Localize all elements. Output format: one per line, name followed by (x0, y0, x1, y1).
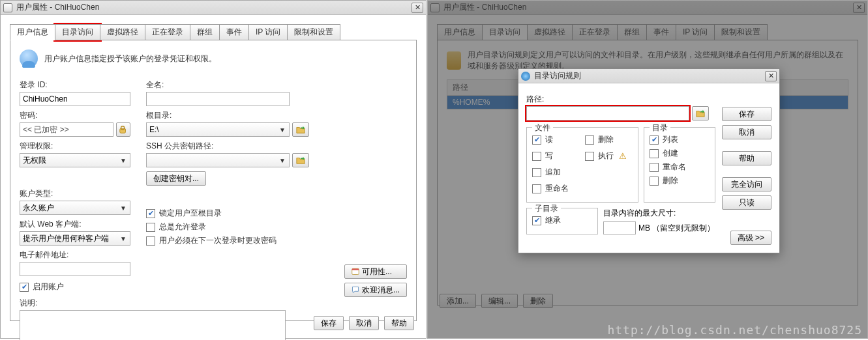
admin-perm-label: 管理权限: (20, 141, 130, 152)
checkbox-icon (146, 223, 155, 232)
modal-titlebar: 目录访问规则 ✕ (518, 69, 779, 83)
modal-save-button[interactable]: 保存 (722, 107, 771, 121)
admin-perm-select[interactable]: 无权限▼ (20, 153, 130, 167)
browse-rootdir-button[interactable] (292, 122, 309, 137)
account-type-label: 账户类型: (20, 188, 130, 199)
availability-button[interactable]: 可用性... (344, 264, 407, 279)
rootdir-select[interactable]: E:\▼ (146, 122, 290, 137)
password-input[interactable] (20, 122, 113, 137)
welcome-message-button[interactable]: 欢迎消息... (344, 283, 407, 297)
dir-rename-checkbox[interactable]: 重命名 (650, 162, 710, 173)
default-web-client-label: 默认 Web 客户端: (20, 219, 130, 230)
directory-access-rule-dialog: 目录访问规则 ✕ 路径: 文件 (518, 68, 780, 253)
max-size-input[interactable] (603, 221, 636, 234)
browse-path-button[interactable] (692, 106, 709, 120)
browse-sshkey-button[interactable] (292, 153, 309, 167)
tab-virtual-path[interactable]: 虚拟路径 (100, 24, 145, 40)
svg-rect-3 (352, 269, 359, 270)
tab-user-info[interactable]: 用户信息 (10, 24, 55, 40)
dir-list-checkbox[interactable]: 列表 (650, 134, 710, 145)
email-input[interactable] (20, 262, 130, 276)
modal-title: 目录访问规则 (534, 70, 581, 81)
fullname-label: 全名: (146, 79, 407, 91)
file-read-checkbox[interactable]: 读 (532, 134, 580, 145)
email-label: 电子邮件地址: (20, 249, 130, 261)
tab-body-user-info: 用户账户信息指定授予该账户的登录凭证和权限。 登录 ID: 密码: 管理权限: (10, 40, 417, 321)
info-icon (521, 72, 530, 81)
login-id-input[interactable] (20, 92, 130, 106)
path-label: 路径: (526, 94, 771, 105)
tab-events[interactable]: 事件 (219, 24, 249, 40)
svg-rect-0 (120, 128, 126, 133)
file-rename-checkbox[interactable]: 重命名 (532, 183, 580, 194)
tab-logging-in[interactable]: 正在登录 (145, 24, 190, 40)
must-change-pw-checkbox[interactable]: 用户必须在下一次登录时更改密码 (146, 235, 407, 246)
modal-advanced-button[interactable]: 高级 >> (730, 231, 771, 245)
tab-ip-access[interactable]: IP 访问 (248, 24, 288, 40)
file-delete-checkbox[interactable]: 删除 (585, 134, 633, 145)
max-size-label: 目录内容的最大尺寸: (603, 208, 715, 219)
description-textarea[interactable] (20, 310, 286, 340)
subdir-group: 子目录 继承 (526, 208, 598, 234)
modal-help-button[interactable]: 帮助 (722, 151, 771, 165)
user-properties-window-left: 用户属性 - ChiHuoChen ✕ 用户信息 目录访问 虚拟路径 正在登录 … (0, 0, 427, 339)
tabs-left: 用户信息 目录访问 虚拟路径 正在登录 群组 事件 IP 访问 限制和设置 (10, 24, 426, 40)
subdir-inherit-checkbox[interactable]: 继承 (532, 215, 592, 226)
tab-directory-access[interactable]: 目录访问 (55, 24, 100, 40)
file-append-checkbox[interactable]: 追加 (532, 167, 580, 178)
enable-account-checkbox[interactable]: 启用账户 (20, 281, 130, 292)
close-icon[interactable]: ✕ (765, 71, 777, 81)
checkbox-icon (146, 209, 155, 218)
password-label: 密码: (20, 110, 130, 121)
modal-cancel-button[interactable]: 取消 (722, 125, 771, 139)
rootdir-label: 根目录: (146, 110, 407, 121)
titlebar-left: 用户属性 - ChiHuoChen ✕ (1, 1, 426, 15)
path-input[interactable] (526, 106, 689, 120)
tab-groups[interactable]: 群组 (190, 24, 220, 40)
file-write-checkbox[interactable]: 写 (532, 150, 580, 162)
dir-permissions-group: 目录 列表 创建 重命名 删除 (644, 127, 715, 203)
user-icon (20, 50, 38, 68)
save-button[interactable]: 保存 (314, 316, 344, 330)
dir-delete-checkbox[interactable]: 删除 (650, 175, 710, 186)
password-edit-button[interactable] (116, 122, 130, 137)
help-button[interactable]: 帮助 (384, 316, 414, 330)
user-properties-window-right: 用户属性 - ChiHuoChen ✕ 用户信息 目录访问 虚拟路径 正在登录 … (427, 0, 868, 339)
checkbox-icon (20, 283, 29, 292)
modal-full-access-button[interactable]: 完全访问 (722, 177, 771, 191)
dir-create-checkbox[interactable]: 创建 (650, 148, 710, 159)
description-text: 用户账户信息指定授予该账户的登录凭证和权限。 (44, 53, 217, 64)
sshkey-label: SSH 公共密钥路径: (146, 141, 407, 152)
file-execute-checkbox[interactable]: 执行⚠ (585, 150, 633, 162)
file-permissions-group: 文件 读 删除 写 执行⚠ 追加 重命名 (526, 127, 638, 203)
login-id-label: 登录 ID: (20, 79, 130, 91)
lock-root-checkbox[interactable]: 锁定用户至根目录 (146, 208, 407, 219)
window-icon (3, 3, 12, 12)
title-text: 用户属性 - ChiHuoChen (16, 2, 99, 13)
desc-label: 说明: (20, 298, 407, 309)
tab-limits[interactable]: 限制和设置 (287, 24, 340, 40)
fullname-input[interactable] (146, 92, 290, 106)
always-allow-login-checkbox[interactable]: 总是允许登录 (146, 221, 407, 233)
default-web-client-select[interactable]: 提示用户使用何种客户端▼ (20, 231, 130, 246)
cancel-button[interactable]: 取消 (349, 316, 379, 330)
close-icon[interactable]: ✕ (412, 3, 423, 13)
max-size-suffix: MB （留空则无限制） (638, 223, 715, 234)
checkbox-icon (146, 236, 155, 246)
create-keypair-button[interactable]: 创建密钥对... (146, 171, 206, 186)
modal-readonly-button[interactable]: 只读 (722, 195, 771, 210)
sshkey-select[interactable]: ▼ (146, 153, 290, 167)
account-type-select[interactable]: 永久账户▼ (20, 201, 130, 215)
